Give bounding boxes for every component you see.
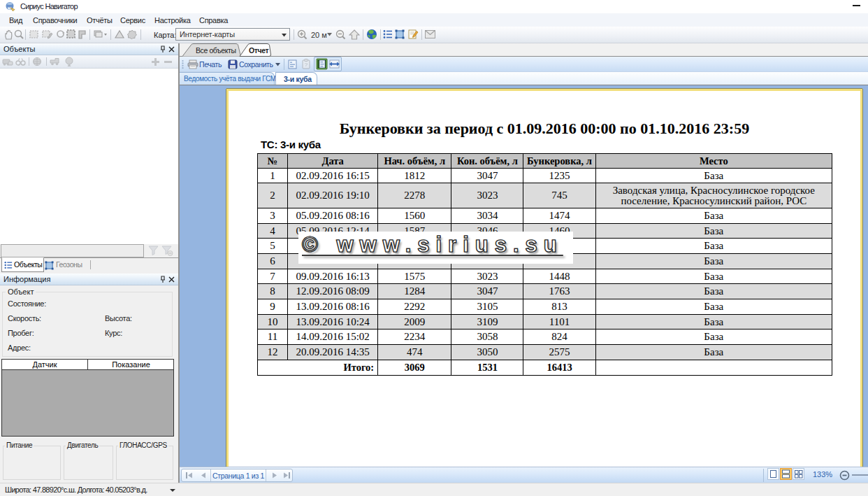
svg-text:?: ? (305, 62, 308, 68)
